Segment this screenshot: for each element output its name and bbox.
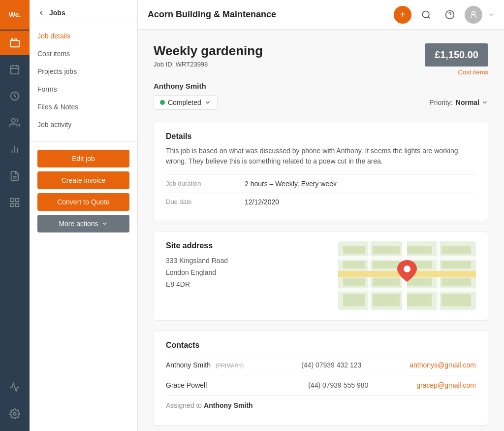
svg-point-6 — [12, 119, 15, 122]
more-actions-button[interactable]: More actions — [37, 215, 129, 232]
svg-rect-38 — [441, 246, 471, 254]
sidebar-item-job-activity[interactable]: Job activity — [30, 116, 137, 133]
nav-icon-reports[interactable] — [0, 137, 30, 162]
help-button[interactable] — [441, 6, 459, 24]
details-description: This job is based on what was discussed … — [166, 146, 476, 166]
map-svg — [338, 241, 476, 310]
contact-phone-0: (44) 07939 432 123 — [301, 361, 410, 369]
icon-bar: We. — [0, 0, 30, 431]
cost-box: £1,150.00 Cost items — [425, 43, 488, 76]
assigned-row: Assigned to Anthony Smith — [166, 395, 476, 415]
search-button[interactable] — [417, 6, 435, 24]
back-arrow-icon — [37, 9, 45, 17]
svg-rect-33 — [373, 261, 400, 268]
status-dot — [160, 100, 165, 105]
status-badge[interactable]: Completed — [154, 95, 218, 110]
search-icon — [421, 10, 431, 20]
sidebar-item-files-notes[interactable]: Files & Notes — [30, 98, 137, 116]
user-avatar[interactable] — [465, 6, 482, 24]
contact-badge-0: (PRIMARY) — [216, 363, 244, 368]
contact-name-1: Grace Powell — [166, 381, 308, 389]
svg-rect-42 — [343, 294, 365, 306]
avatar-chevron-icon[interactable] — [488, 12, 494, 18]
nav-icon-calendar[interactable] — [0, 57, 30, 82]
details-title: Details — [166, 132, 476, 141]
cost-amount: £1,150.00 — [425, 43, 488, 66]
nav-icon-history[interactable] — [0, 84, 30, 108]
convert-to-quote-button[interactable]: Convert to Quote — [37, 193, 129, 211]
priority-chevron-icon — [481, 99, 488, 106]
contacts-section: Contacts Anthony Smith (PRIMARY) (44) 07… — [154, 331, 488, 426]
svg-rect-12 — [11, 199, 14, 201]
nav-icon-contacts[interactable] — [0, 110, 30, 135]
chevron-down-icon — [101, 220, 108, 227]
svg-rect-1 — [11, 66, 19, 74]
nav-icon-settings[interactable] — [0, 405, 30, 430]
add-button[interactable]: + — [394, 6, 411, 24]
nav-icon-invoices[interactable] — [0, 164, 30, 188]
due-date-value: 12/12/2020 — [245, 198, 279, 206]
svg-rect-41 — [441, 278, 471, 286]
svg-rect-32 — [373, 246, 400, 254]
sidebar-nav: Job details Cost items Projects jobs For… — [30, 23, 137, 137]
job-assignee: Anthony Smith — [154, 82, 488, 90]
svg-rect-43 — [373, 294, 400, 306]
nav-icon-templates[interactable] — [0, 190, 30, 215]
back-to-jobs[interactable]: Jobs — [30, 0, 137, 23]
svg-rect-31 — [343, 261, 365, 268]
site-line1: 333 Kingsland Road — [166, 255, 326, 267]
sidebar-item-job-details[interactable]: Job details — [30, 27, 137, 45]
svg-rect-0 — [10, 40, 19, 47]
svg-point-17 — [423, 11, 429, 17]
site-line3: E8 4DR — [166, 279, 326, 291]
main-wrapper: Acorn Building & Maintenance + Weekly ga… — [138, 0, 504, 431]
priority-dropdown[interactable]: Normal — [456, 99, 488, 106]
job-header: Weekly gardening Job ID: WRT23998 £1,150… — [154, 43, 488, 76]
sidebar-item-cost-items[interactable]: Cost items — [30, 45, 137, 63]
svg-rect-45 — [441, 294, 471, 306]
svg-rect-14 — [11, 203, 14, 206]
contact-email-0[interactable]: anthonys@gmail.com — [410, 361, 476, 369]
site-info: Site address 333 Kingsland Road London E… — [166, 241, 326, 310]
edit-job-button[interactable]: Edit job — [37, 150, 129, 167]
sidebar-item-projects-jobs[interactable]: Projects jobs — [30, 63, 137, 80]
svg-rect-40 — [407, 278, 432, 286]
job-status-row: Completed Priority: Normal — [154, 95, 488, 110]
nav-icon-analytics[interactable] — [0, 379, 30, 403]
contact-name-0: Anthony Smith (PRIMARY) — [166, 361, 301, 369]
top-header: Acorn Building & Maintenance + — [138, 0, 504, 30]
duration-value: 2 hours – Weekly, Every week — [245, 180, 337, 188]
map-placeholder[interactable] — [338, 241, 476, 310]
svg-rect-39 — [441, 261, 471, 268]
status-chevron-icon — [204, 99, 211, 106]
nav-icon-jobs[interactable] — [0, 31, 30, 55]
site-address-text: 333 Kingsland Road London England E8 4DR — [166, 255, 326, 290]
sidebar-item-forms[interactable]: Forms — [30, 80, 137, 98]
svg-point-47 — [404, 265, 410, 272]
svg-rect-30 — [343, 246, 365, 254]
contacts-title: Contacts — [166, 341, 476, 350]
sidebar: Jobs Job details Cost items Projects job… — [30, 0, 138, 431]
svg-rect-36 — [407, 246, 432, 254]
create-invoice-button[interactable]: Create invoice — [37, 171, 129, 189]
details-section: Details This job is based on what was di… — [154, 122, 488, 221]
priority-value: Normal — [456, 99, 479, 106]
svg-rect-15 — [16, 203, 19, 206]
site-address-section: Site address 333 Kingsland Road London E… — [154, 231, 488, 321]
svg-point-16 — [13, 412, 16, 415]
svg-rect-13 — [16, 199, 19, 201]
main-content: Weekly gardening Job ID: WRT23998 £1,150… — [138, 30, 504, 431]
sidebar-action-buttons: Edit job Create invoice Convert to Quote… — [30, 146, 137, 236]
cost-items-link[interactable]: Cost items — [425, 68, 488, 76]
due-date-row: Due date 12/12/2020 — [166, 193, 476, 211]
duration-label: Job duration — [166, 180, 245, 188]
svg-rect-35 — [373, 278, 400, 286]
company-name: Acorn Building & Maintenance — [148, 9, 388, 20]
contact-email-1[interactable]: gracep@gmail.com — [416, 381, 476, 389]
svg-rect-44 — [407, 294, 432, 306]
contact-row-1: Grace Powell (44) 07939 555 980 gracep@g… — [166, 375, 476, 395]
duration-row: Job duration 2 hours – Weekly, Every wee… — [166, 174, 476, 193]
svg-rect-28 — [338, 256, 476, 260]
priority-label: Priority: — [429, 99, 452, 106]
site-line2: London England — [166, 267, 326, 279]
